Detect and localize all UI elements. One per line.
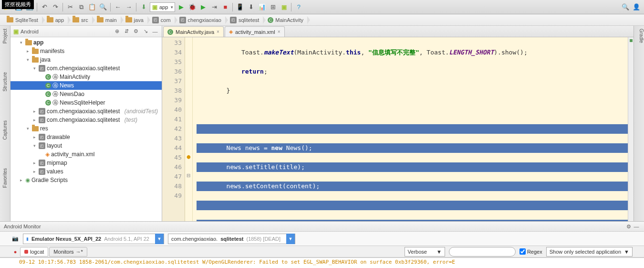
find-icon[interactable]: 🔍 <box>98 2 108 12</box>
class-icon: C <box>268 17 273 23</box>
log-filter-select[interactable]: Show only selected application▼ <box>546 247 633 257</box>
rail-favorites[interactable]: Favorites <box>2 168 8 188</box>
run-config-select[interactable]: ▣app <box>150 2 175 12</box>
redo-icon[interactable]: ↷ <box>51 2 60 12</box>
crumb-main[interactable]: main <box>93 15 121 25</box>
tree-pkg-test[interactable]: ▸◰com.chengxiaoxiao.sqlitetest (test) <box>10 116 162 124</box>
package-icon: ◰ <box>39 108 45 115</box>
attach-icon[interactable]: ⇥ <box>209 2 219 12</box>
code-editor[interactable]: 3334353637383940414243444546474849 ● ⊟ T… <box>162 37 634 237</box>
tab-monitors[interactable]: Monitors →* <box>49 247 87 257</box>
avd-icon[interactable]: 📱 <box>235 2 245 12</box>
fold-icon[interactable]: ⊟ <box>185 171 192 181</box>
tree-layout-file[interactable]: ◈activity_main.xml <box>10 150 162 159</box>
rail-structure[interactable]: Structure <box>2 72 8 92</box>
device-select[interactable]: ▮ Emulator Nexus_5X_API_22 Android 5.1, … <box>23 234 164 244</box>
hide-icon[interactable]: ↘ <box>142 28 149 35</box>
breadcrumb-bar: SqliteTest app src main java ◰com ◰cheng… <box>0 14 644 26</box>
class-icon: C <box>45 83 51 88</box>
rail-project[interactable]: Project <box>2 29 8 43</box>
package-icon: ◰ <box>39 142 45 149</box>
debug-icon[interactable]: 🐞 <box>187 2 197 12</box>
tree-layout[interactable]: ▾◰layout <box>10 141 162 150</box>
monitor-icon[interactable]: 📊 <box>257 2 267 12</box>
tree-values[interactable]: ▸◰values <box>10 167 162 176</box>
sidebar-header: ▣ Android ⊕ ⇵ ⚙ ↘ — <box>10 26 162 37</box>
tree-res[interactable]: ▾res <box>10 124 162 133</box>
minimize-icon[interactable]: — <box>633 223 640 230</box>
tree-pkg-androidtest[interactable]: ▸◰com.chengxiaoxiao.sqlitetest (androidT… <box>10 107 162 116</box>
xml-icon: ◈ <box>45 151 50 158</box>
tree-manifests[interactable]: ▸manifests <box>10 47 162 55</box>
tree-mipmap[interactable]: ▸◰mipmap <box>10 159 162 167</box>
run-icon[interactable]: ▶ <box>177 2 186 12</box>
process-select[interactable]: com.chengxiaoxiao.sqlitetest (1858) [DEA… <box>168 234 295 244</box>
tree-app[interactable]: ▾app <box>10 38 162 47</box>
crumb-project[interactable]: SqliteTest <box>3 15 42 25</box>
chevron-down-icon[interactable]: ▼ <box>155 234 164 244</box>
paste-icon[interactable]: 📋 <box>87 2 97 12</box>
device-icon: ▮ <box>26 236 29 241</box>
minimize-icon[interactable]: — <box>151 28 159 35</box>
crumb-com[interactable]: ◰com <box>148 15 175 25</box>
record-icon[interactable]: ● <box>11 248 19 256</box>
run-alt-icon[interactable]: ▶ <box>198 2 208 12</box>
package-icon: ◰ <box>39 117 45 123</box>
regex-checkbox[interactable]: Regex <box>519 248 542 255</box>
close-icon[interactable]: × <box>278 29 280 34</box>
cut-icon[interactable]: ✂ <box>65 2 75 12</box>
collapse-icon[interactable]: ⇵ <box>123 28 130 35</box>
chevron-down-icon[interactable]: ▼ <box>624 249 629 255</box>
close-icon[interactable]: × <box>217 29 219 34</box>
folder-icon <box>47 17 53 22</box>
undo-icon[interactable]: ↶ <box>40 2 49 12</box>
forward-icon[interactable]: → <box>124 2 134 12</box>
crumb-cheng[interactable]: ◰chengxiaoxiao <box>176 15 225 25</box>
help-icon[interactable]: ? <box>294 2 303 12</box>
tab-mainactivity[interactable]: CMainActivity.java× <box>163 26 224 37</box>
layout-icon[interactable]: ⊞ <box>268 2 278 12</box>
log-level-select[interactable]: Verbose▼ <box>405 247 445 257</box>
rail-gradle[interactable]: Gradle <box>634 29 644 43</box>
android-icon: ▣ <box>13 28 19 35</box>
android-icon[interactable]: ▣ <box>279 2 289 12</box>
code-body[interactable]: Toast.makeText(MainActivity.this, "信息填写不… <box>193 37 628 237</box>
tree-newsdao[interactable]: CⓐNewsDao <box>10 90 162 98</box>
tree-pkg-main[interactable]: ▾◰com.chengxiaoxiao.sqlitetest <box>10 64 162 73</box>
locate-icon[interactable]: ⊕ <box>113 28 121 35</box>
logcat-output[interactable]: 09-12 10:17:56.783 1858-2061/com.chengxi… <box>0 257 644 268</box>
build-icon[interactable]: ⬇ <box>139 2 148 12</box>
stop-icon[interactable]: ■ <box>220 2 230 12</box>
gear-icon[interactable]: ⚙ <box>625 223 633 230</box>
log-search-input[interactable] <box>449 247 516 257</box>
crumb-sqlitetest[interactable]: ◰sqlitetest <box>226 15 263 25</box>
screenshot-icon[interactable]: 📷 <box>11 235 19 243</box>
copy-icon[interactable]: ⧉ <box>76 2 86 12</box>
folder-icon <box>7 17 13 22</box>
gear-icon[interactable]: ⚙ <box>132 28 140 35</box>
crumb-src[interactable]: src <box>69 15 92 25</box>
crumb-app[interactable]: app <box>43 15 68 25</box>
tree-drawable[interactable]: ▸◰drawable <box>10 133 162 141</box>
tree-gradle[interactable]: ▸◉Gradle Scripts <box>10 176 162 184</box>
chevron-down-icon[interactable]: ▼ <box>436 249 442 255</box>
sdk-icon[interactable]: ⬇ <box>246 2 256 12</box>
tree-news[interactable]: CⓐNews <box>10 81 162 90</box>
sidebar-view-label[interactable]: Android <box>21 29 111 34</box>
tree-newshelper[interactable]: CⓐNewsSqliteHelper <box>10 98 162 107</box>
tab-activitymain[interactable]: ◈activity_main.xml× <box>225 26 285 37</box>
editor-area: CMainActivity.java× ◈activity_main.xml× … <box>162 26 634 237</box>
chevron-down-icon[interactable]: ▼ <box>286 234 295 244</box>
tree-mainactivity[interactable]: CⓐMainActivity <box>10 73 162 81</box>
crumb-class[interactable]: CMainActivity <box>264 15 307 25</box>
tab-logcat[interactable]: logcat <box>20 247 48 257</box>
rail-captures[interactable]: Captures <box>2 120 8 140</box>
package-icon: ◰ <box>39 65 45 72</box>
user-icon[interactable]: 👤 <box>632 2 641 12</box>
crumb-java[interactable]: java <box>122 15 147 25</box>
back-icon[interactable]: ← <box>113 2 123 12</box>
tree-java[interactable]: ▾java <box>10 55 162 64</box>
project-sidebar: ▣ Android ⊕ ⇵ ⚙ ↘ — ▾app ▸manifests ▾jav… <box>10 26 162 237</box>
overview-ruler[interactable] <box>628 37 634 237</box>
search-everywhere-icon[interactable]: 🔍 <box>621 2 630 12</box>
